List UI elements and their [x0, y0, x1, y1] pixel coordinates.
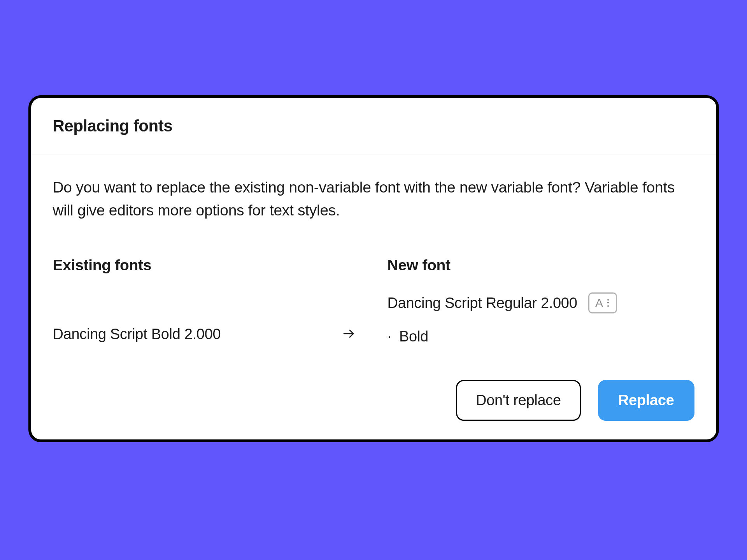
replace-button[interactable]: Replace	[598, 380, 694, 421]
dont-replace-button[interactable]: Don't replace	[456, 380, 581, 421]
dialog-header: Replacing fonts	[31, 98, 716, 154]
dialog-description: Do you want to replace the existing non-…	[53, 176, 694, 222]
new-font-variant: Bold	[399, 328, 428, 345]
dialog-title: Replacing fonts	[53, 117, 694, 135]
new-font-variant-row: · Bold	[388, 328, 694, 345]
existing-font-column: Dancing Script Bold 2.000	[53, 295, 360, 343]
font-comparison: Dancing Script Bold 2.000 Dancing Script…	[53, 292, 694, 345]
variable-font-icon: A	[588, 292, 617, 313]
new-font-header: New font	[388, 257, 694, 274]
arrow-right-icon	[342, 327, 356, 342]
existing-font-row: Dancing Script Bold 2.000	[53, 326, 360, 343]
dialog-body: Do you want to replace the existing non-…	[31, 154, 716, 439]
existing-font-name: Dancing Script Bold 2.000	[53, 326, 221, 343]
new-font-header-row: Dancing Script Regular 2.000 A	[388, 292, 694, 313]
replacing-fonts-dialog: Replacing fonts Do you want to replace t…	[28, 95, 719, 442]
svg-point-4	[607, 305, 609, 307]
existing-fonts-header: Existing fonts	[53, 257, 360, 274]
svg-text:A: A	[595, 296, 603, 309]
columns-header: Existing fonts New font	[53, 257, 694, 274]
dialog-footer: Don't replace Replace	[53, 345, 694, 421]
svg-rect-3	[607, 302, 609, 303]
new-font-column: Dancing Script Regular 2.000 A · Bold	[388, 292, 694, 345]
new-font-name: Dancing Script Regular 2.000	[388, 295, 577, 312]
bullet-icon: ·	[388, 328, 392, 345]
svg-point-2	[607, 299, 609, 301]
